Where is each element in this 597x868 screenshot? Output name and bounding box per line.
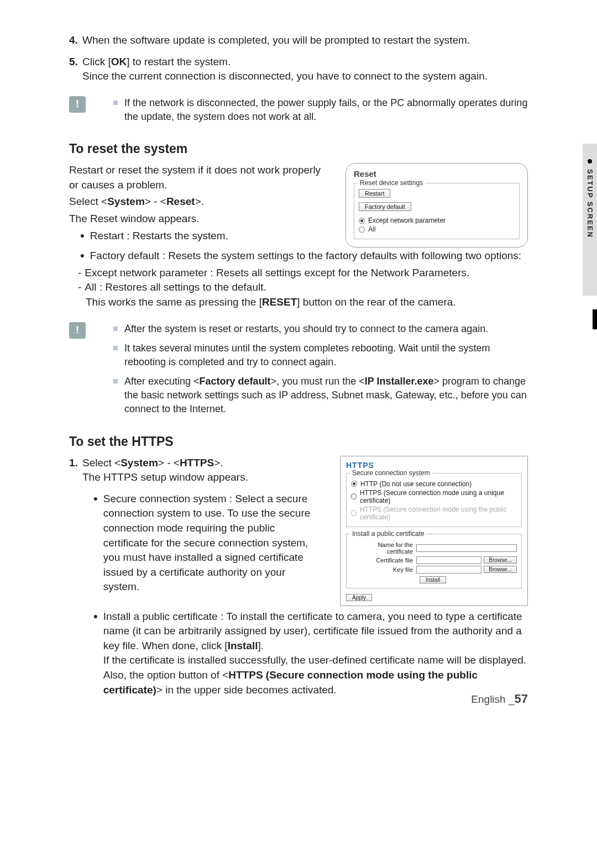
radio-icon xyxy=(351,493,357,499)
https-bullet-install: •Install a public certificate : To insta… xyxy=(93,609,528,698)
apply-button[interactable]: Apply xyxy=(346,594,372,601)
step-5-line1: Click [OK] to restart the system. xyxy=(82,56,231,67)
cert-file-input[interactable] xyxy=(416,556,481,564)
alert-icon: ! xyxy=(69,322,86,339)
side-tab: SETUP SCREEN xyxy=(583,144,597,296)
reset-p2: The Reset window appears. xyxy=(69,212,323,227)
cert-name-input[interactable] xyxy=(416,544,517,552)
https-panel: HTTPS Secure connection system HTTP (Do … xyxy=(340,456,528,606)
radio-icon xyxy=(351,481,357,487)
https-fieldset-secure: Secure connection system HTTP (Do not us… xyxy=(346,473,522,527)
radio-icon xyxy=(359,227,365,233)
note2-item1: After the system is reset or restarts, y… xyxy=(113,322,528,336)
page-footer: English _57 xyxy=(471,692,528,706)
radio-icon xyxy=(359,218,365,224)
https-fieldset-install: Install a public certificate Name for th… xyxy=(346,534,522,588)
https-step1-num: 1. xyxy=(69,456,82,471)
https-step1-line2: The HTTPS setup window appears. xyxy=(82,470,318,485)
https-step-1: 1.Select <System> - <HTTPS>. The HTTPS s… xyxy=(69,456,318,485)
radio-https-unique[interactable]: HTTPS (Secure connection mode using a un… xyxy=(351,489,517,504)
step-5-num: 5. xyxy=(69,55,82,70)
side-dot-icon xyxy=(588,159,592,164)
reset-fieldset: Reset device settings Restart Factory de… xyxy=(354,183,520,239)
bullet-dot-icon: • xyxy=(80,229,85,244)
step-5-line2: Since the current connection is disconne… xyxy=(82,69,528,84)
radio-icon xyxy=(351,510,357,516)
radio-http[interactable]: HTTP (Do not use secure connection) xyxy=(351,480,517,488)
field-key-file: Key fileBrowse... xyxy=(351,566,517,574)
reset-legend: Reset device settings xyxy=(358,179,425,187)
step-4-num: 4. xyxy=(69,33,82,48)
step-4: 4.When the software update is completed,… xyxy=(69,33,528,48)
heading-reset: To reset the system xyxy=(69,141,528,156)
factory-default-button[interactable]: Factory default xyxy=(359,202,411,211)
note-block-2: ! After the system is reset or restarts,… xyxy=(69,322,528,422)
reset-bullet-restart: •Restart : Restarts the system. xyxy=(80,229,323,244)
reset-dash-all-sub: This works the same as pressing the [RES… xyxy=(86,295,528,310)
heading-https: To set the HTTPS xyxy=(69,434,528,449)
note2-item2: It takes several minutes until the syste… xyxy=(113,341,528,369)
browse-key-button[interactable]: Browse... xyxy=(484,566,517,573)
note1-item1: If the network is disconnected, the powe… xyxy=(113,96,528,124)
reset-dash-all: -All : Restores all settings to the defa… xyxy=(78,280,528,309)
reset-panel: Reset Reset device settings Restart Fact… xyxy=(345,163,528,248)
bullet-dot-icon: • xyxy=(93,492,98,595)
reset-dash-except: -Except network parameter : Resets all s… xyxy=(78,266,528,281)
step-4-text: When the software update is completed, y… xyxy=(82,34,470,46)
reset-select-line: Select <System> - <Reset>. xyxy=(69,194,323,209)
bullet-dot-icon: • xyxy=(93,609,98,698)
alert-icon: ! xyxy=(69,96,86,113)
field-cert-name: Name for the certificate xyxy=(351,541,517,555)
reset-p1: Restart or reset the system if it does n… xyxy=(69,163,323,192)
square-bullet-icon xyxy=(113,327,118,331)
radio-except-network[interactable]: Except network parameter xyxy=(359,217,515,224)
thumb-index-icon xyxy=(593,309,597,329)
side-tab-label: SETUP SCREEN xyxy=(586,169,594,238)
reset-panel-title: Reset xyxy=(354,169,520,178)
reset-bullet-factory: •Factory default : Resets the system set… xyxy=(80,249,528,264)
radio-https-public[interactable]: HTTPS (Secure connection mode using the … xyxy=(351,506,517,521)
note2-item3: After executing <Factory default>, you m… xyxy=(113,375,528,417)
note-block-1: ! If the network is disconnected, the po… xyxy=(69,96,528,129)
square-bullet-icon xyxy=(113,101,118,105)
browse-cert-button[interactable]: Browse... xyxy=(484,556,517,564)
restart-button[interactable]: Restart xyxy=(359,189,390,198)
square-bullet-icon xyxy=(113,379,118,383)
key-file-input[interactable] xyxy=(416,566,481,574)
bullet-dot-icon: • xyxy=(80,249,85,264)
https-panel-title: HTTPS xyxy=(346,461,522,470)
https-legend1: Secure connection system xyxy=(350,469,432,477)
field-cert-file: Certificate fileBrowse... xyxy=(351,556,517,564)
https-legend2: Install a public certificate xyxy=(350,530,427,538)
square-bullet-icon xyxy=(113,346,118,350)
step-5: 5.Click [OK] to restart the system. Sinc… xyxy=(69,55,528,84)
radio-all[interactable]: All xyxy=(359,225,515,233)
https-bullet-secure: •Secure connection system : Select a sec… xyxy=(93,492,318,595)
install-button[interactable]: Install xyxy=(420,576,446,583)
